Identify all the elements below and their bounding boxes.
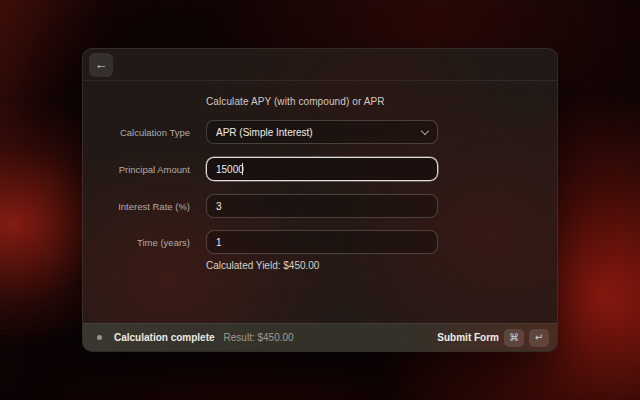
- calculation-type-select[interactable]: APR (Simple Interest): [206, 120, 438, 144]
- text-cursor: [242, 163, 243, 175]
- calculated-yield-text: Calculated Yield: $450.00: [206, 260, 319, 271]
- form-row-interest-rate: Interest Rate (%): [83, 194, 557, 218]
- calculation-type-label: Calculation Type: [83, 127, 190, 138]
- time-years-label: Time (years): [83, 237, 190, 248]
- return-key-icon[interactable]: ↵: [529, 329, 549, 347]
- form-title: Calculate APY (with compound) or APR: [206, 96, 385, 107]
- window-header: ←: [83, 49, 557, 81]
- interest-rate-input[interactable]: [206, 194, 438, 218]
- result-value: Result: $450.00: [224, 332, 294, 343]
- arrow-left-icon: ←: [95, 57, 108, 72]
- form-row-calculation-type: Calculation Type APR (Simple Interest): [83, 120, 557, 144]
- calculator-window: ← Calculate APY (with compound) or APR C…: [82, 48, 558, 352]
- status-dot-icon: [97, 335, 102, 340]
- principal-amount-label: Principal Amount: [83, 164, 190, 175]
- command-key-icon[interactable]: ⌘: [504, 329, 524, 347]
- back-button[interactable]: ←: [89, 53, 113, 77]
- submit-form-button[interactable]: Submit Form: [437, 332, 499, 343]
- footer-bar: Calculation complete Result: $450.00 Sub…: [83, 323, 557, 351]
- principal-amount-input[interactable]: [206, 157, 438, 181]
- interest-rate-label: Interest Rate (%): [83, 201, 190, 212]
- status-message: Calculation complete: [114, 332, 215, 343]
- calculation-type-value: APR (Simple Interest): [216, 127, 313, 138]
- form-row-principal-amount: Principal Amount: [83, 157, 557, 181]
- chevron-down-icon: [421, 126, 429, 134]
- form-row-time-years: Time (years): [83, 230, 557, 254]
- time-years-input[interactable]: [206, 230, 438, 254]
